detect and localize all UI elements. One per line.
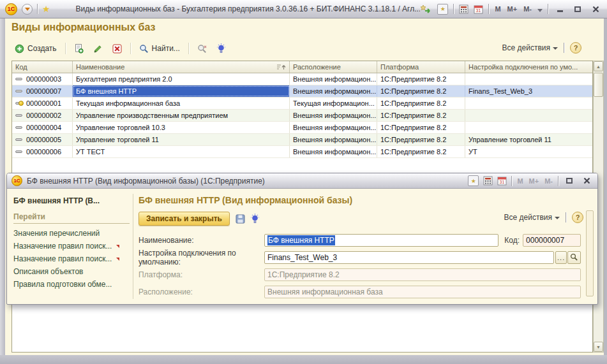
nav-link-search-rules-2[interactable]: Назначение правил поиск...: [13, 252, 130, 265]
calculator-icon[interactable]: [459, 4, 468, 14]
dialog-help-button[interactable]: ?: [572, 212, 583, 223]
table-row[interactable]: 000000003 Бухгалтерия предприятия 2.0 Вн…: [12, 73, 592, 85]
save-button[interactable]: [236, 214, 245, 224]
column-header-name[interactable]: Наименование: [73, 61, 290, 73]
save-and-close-button[interactable]: Записать и закрыть: [139, 212, 230, 226]
cell-code: 000000006: [26, 148, 61, 156]
cell-connection: [465, 122, 592, 133]
cell-code: 000000003: [26, 75, 61, 83]
divider: [488, 4, 489, 14]
table-row[interactable]: 000000006 УТ ТЕСТ Внешняя информацион...…: [12, 146, 592, 158]
calendar-icon[interactable]: 31: [497, 176, 507, 186]
column-header-connection[interactable]: Настройка подключения по умо...: [465, 61, 592, 73]
dialog-actions-area: Все действия ?: [504, 212, 583, 223]
nav-link-exchange-rules[interactable]: Правила подготовки обме...: [13, 278, 130, 291]
main-actions-area: Все действия ?: [502, 42, 581, 54]
cell-name: Управление торговлей 10.3: [73, 122, 290, 133]
table-row[interactable]: 000000004 Управление торговлей 10.3 Внеш…: [12, 122, 592, 134]
nav-link-search-rules-1[interactable]: Назначение правил поиск...: [13, 240, 130, 252]
add-favorite-icon[interactable]: ★: [437, 4, 448, 15]
dialog-maximize-button[interactable]: [563, 176, 576, 186]
cell-location: Внешняя информацион...: [290, 122, 377, 133]
create-button[interactable]: Создать: [11, 42, 60, 55]
svg-text:31: 31: [476, 8, 481, 13]
nav-section-header: Перейти: [13, 212, 130, 224]
add-favorite-icon[interactable]: ★: [468, 175, 479, 186]
delete-button[interactable]: [109, 42, 125, 55]
main-menu-button[interactable]: [22, 4, 33, 15]
memory-m-button[interactable]: M: [494, 5, 501, 13]
open-button[interactable]: [567, 251, 581, 264]
divider: [37, 4, 38, 14]
choose-button[interactable]: ...: [555, 251, 567, 264]
chevron-down-icon[interactable]: [537, 9, 543, 12]
table-row[interactable]: 000000005 Управление торговлей 11 Внешня…: [12, 134, 592, 146]
dialog-all-actions-button[interactable]: Все действия: [504, 213, 560, 222]
search-icon: [139, 44, 149, 54]
scroll-down-button[interactable]: ▼: [594, 342, 603, 352]
field-row-connection: Настройка подключения по умолчанию: Fina…: [139, 251, 581, 264]
find-button[interactable]: Найти...: [136, 42, 183, 55]
table-row[interactable]: 000000001 Текущая информационная база Те…: [12, 98, 592, 110]
dialog-form-title: БФ внешняя HTTP (Вид информационной базы…: [139, 195, 581, 205]
maximize-button[interactable]: [571, 4, 584, 14]
favorites-star-icon[interactable]: ★: [42, 4, 50, 13]
window-frame-right: [604, 18, 607, 355]
window-frame-bottom: [0, 355, 607, 364]
tips-button[interactable]: [251, 214, 259, 224]
cell-location: Текущая информацион...: [290, 98, 377, 109]
cell-platform: 1С:Предприятие 8.2: [377, 110, 465, 121]
all-actions-button[interactable]: Все действия: [502, 43, 558, 52]
cell-name: Управление производственным предприятием: [73, 110, 290, 121]
tips-button[interactable]: [214, 41, 229, 55]
platform-field: 1С:Предприятие 8.2: [264, 268, 581, 281]
cell-platform: 1С:Предприятие 8.2: [377, 134, 465, 145]
minimize-button[interactable]: [553, 4, 566, 14]
nav-link-label: Правила подготовки обме...: [13, 280, 112, 289]
copy-document-icon: [74, 43, 84, 54]
divider: [558, 176, 558, 186]
table-row[interactable]: 000000002 Управление производственным пр…: [12, 110, 592, 122]
nav-link-label: Описания объектов: [13, 267, 84, 276]
main-toolbar: Создать Найти...: [11, 40, 229, 57]
dialog-scrollbar[interactable]: [586, 210, 594, 296]
dialog-body: БФ внешняя HTTP (В... Перейти Значения п…: [7, 189, 597, 304]
scrollbar-thumb[interactable]: [594, 73, 603, 97]
divider: [511, 176, 512, 186]
memory-mminus-button[interactable]: M-: [523, 5, 532, 13]
scroll-up-button[interactable]: ▲: [594, 61, 603, 71]
memory-mplus-button[interactable]: M+: [507, 5, 518, 13]
edit-button[interactable]: [90, 42, 106, 55]
calculator-icon[interactable]: [483, 176, 493, 186]
nav-link-label: Назначение правил поиск...: [13, 242, 112, 251]
cell-name: Бухгалтерия предприятия 2.0: [73, 73, 290, 85]
name-field-label: Наименование:: [139, 236, 264, 245]
table-row-selected[interactable]: 000000007 БФ внешняя HTTP Внешняя информ…: [12, 85, 592, 98]
dialog-close-button[interactable]: [580, 176, 593, 186]
clear-find-button[interactable]: [194, 42, 211, 55]
column-header-location[interactable]: Расположение: [290, 61, 377, 73]
name-input[interactable]: БФ внешняя HTTP: [264, 234, 498, 247]
nav-link-enum-values[interactable]: Значения перечислений: [13, 227, 130, 240]
find-button-label: Найти...: [152, 44, 180, 53]
column-header-code[interactable]: Код: [12, 61, 73, 73]
help-button[interactable]: ?: [570, 42, 581, 54]
history-icon[interactable]: [420, 4, 432, 14]
cell-connection: УТ: [465, 146, 592, 157]
cell-platform: 1С:Предприятие 8.2: [377, 85, 465, 97]
cell-name: Управление торговлей 11: [73, 134, 290, 145]
minimize-icon: [557, 10, 563, 12]
nav-link-object-descriptions[interactable]: Описания объектов: [13, 265, 130, 278]
nav-current-item[interactable]: БФ внешняя HTTP (В...: [13, 196, 130, 205]
close-button[interactable]: [589, 4, 602, 14]
chevron-down-icon: [25, 8, 30, 11]
copy-button[interactable]: [71, 41, 87, 55]
selected-text: БФ внешняя HTTP: [267, 235, 335, 245]
window-title: Виды информационных баз - Бухгалтерия пр…: [76, 4, 421, 13]
divider: [453, 4, 454, 14]
connection-input[interactable]: Finans_Test_Web_3: [264, 251, 554, 264]
calendar-icon[interactable]: 31: [474, 4, 483, 14]
column-header-platform[interactable]: Платформа: [377, 61, 465, 73]
dialog-nav-panel: БФ внешняя HTTP (В... Перейти Значения п…: [13, 196, 130, 291]
delete-x-icon: [112, 44, 122, 54]
